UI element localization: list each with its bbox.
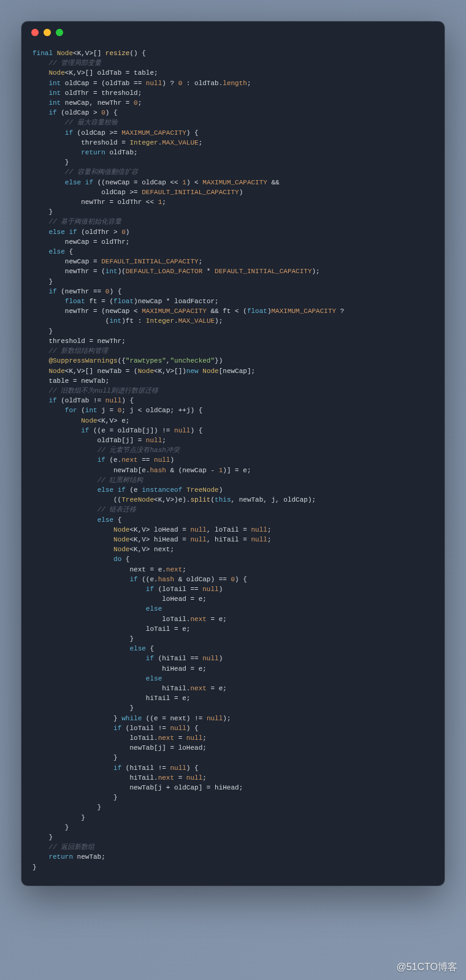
code-block: final Node<K,V>[] resize() { // 管理局部变量 N…	[21, 43, 445, 886]
maximize-icon[interactable]	[56, 29, 63, 36]
minimize-icon[interactable]	[44, 29, 51, 36]
comment-line: // 元素节点没有hash冲突	[97, 447, 180, 454]
comment-line: // 链表迁移	[97, 506, 137, 513]
comment-line: // 红黑树结构	[97, 477, 143, 484]
comment-line: // 旧数组不为null则进行数据迁移	[48, 387, 158, 394]
comment-line: // 基于阀值初始化容量	[48, 218, 121, 225]
comment-line: // 新数组结构管理	[48, 347, 108, 355]
comment-line: // 管理局部变量	[48, 59, 101, 67]
comment-line: // 最大容量校验	[65, 119, 118, 126]
function-name: resize	[105, 50, 130, 57]
titlebar	[21, 21, 445, 43]
watermark: @51CTO博客	[396, 961, 457, 974]
code-window: final Node<K,V>[] resize() { // 管理局部变量 N…	[21, 21, 445, 886]
comment-line: // 返回新数组	[48, 843, 94, 851]
close-icon[interactable]	[31, 29, 39, 36]
comment-line: // 容量和阀值翻倍扩容	[65, 168, 138, 176]
